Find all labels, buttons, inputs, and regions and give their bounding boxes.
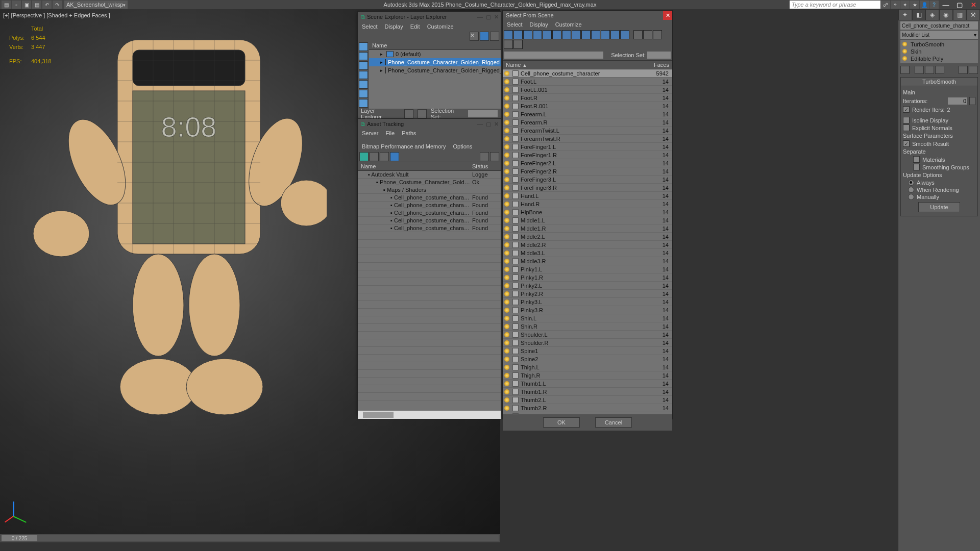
filter-icon[interactable] — [359, 99, 368, 108]
pin-stack-icon[interactable] — [900, 66, 910, 74]
filter-icon[interactable] — [359, 52, 368, 61]
layer-row[interactable]: ▸0 (default) — [369, 50, 501, 58]
object-row[interactable]: ForeFinger3.R14 — [503, 184, 672, 192]
remove-modifier-icon[interactable] — [959, 66, 968, 74]
asset-row[interactable]: ▪ Cell_phone_costume_character_Fresnel_v… — [358, 202, 501, 209]
signin-icon[interactable]: 👤 — [920, 1, 929, 9]
column-header-faces[interactable]: Faces — [641, 61, 672, 69]
menu-item[interactable]: Server — [362, 130, 378, 136]
object-row[interactable]: Thumb1.R14 — [503, 388, 672, 396]
maximize-icon[interactable]: ▢ — [486, 14, 491, 20]
sep-materials-checkbox[interactable] — [913, 156, 920, 163]
object-row[interactable]: Spine214 — [503, 355, 672, 363]
filter-icon[interactable] — [513, 30, 523, 39]
exchange-icon[interactable]: ✦ — [900, 1, 910, 9]
tool-icon[interactable] — [504, 40, 513, 49]
object-row[interactable]: Pinky3.L14 — [503, 298, 672, 306]
object-name-field[interactable]: Cell_phone_costume_charact — [900, 21, 978, 30]
asset-row[interactable]: ▪ Cell_phone_costume_character_ReflectGl… — [358, 224, 501, 232]
maximize-icon[interactable]: ▢ — [486, 121, 491, 128]
object-row[interactable]: Foot.R.00114 — [503, 102, 672, 110]
view-mode-icon[interactable] — [480, 32, 489, 41]
filter-icon[interactable] — [359, 61, 368, 70]
object-row[interactable]: Pinky3.R14 — [503, 306, 672, 314]
object-row[interactable]: Shin.L14 — [503, 314, 672, 322]
menu-item[interactable]: Display — [385, 23, 403, 30]
tab-motion-icon[interactable]: ◉ — [939, 9, 953, 20]
object-row[interactable]: ForeFinger1.L14 — [503, 143, 672, 151]
filter-icon[interactable] — [610, 30, 620, 39]
menu-item[interactable]: Select — [507, 21, 523, 28]
object-row[interactable]: Middle2.L14 — [503, 233, 672, 241]
sep-smoothing-checkbox[interactable] — [913, 164, 920, 170]
minimize-icon[interactable]: — — [477, 14, 483, 20]
app-menu-icon[interactable]: ▤ — [2, 1, 11, 9]
object-row[interactable]: ForearmTwist.L14 — [503, 127, 672, 135]
menu-item[interactable]: File — [385, 130, 395, 136]
filter-icon[interactable] — [572, 30, 581, 39]
rollup-header-turbosmooth[interactable]: TurboSmooth — [900, 77, 978, 86]
help-icon[interactable]: ? — [929, 1, 939, 9]
selection-set-dropdown[interactable] — [468, 110, 498, 117]
scene-explorer-titlebar[interactable]: ⧉Scene Explorer - Layer Explorer—▢✕ — [358, 12, 501, 22]
tool-icon[interactable] — [643, 30, 652, 39]
tab-create-icon[interactable]: ✦ — [898, 9, 912, 20]
tool-icon[interactable] — [935, 66, 944, 74]
layer-row[interactable]: ▸Phone_Costume_Character_Golden_Rigged_b… — [369, 66, 501, 74]
update-button[interactable]: Update — [918, 202, 960, 212]
object-row[interactable]: Middle1.L14 — [503, 216, 672, 224]
horizontal-scrollbar[interactable] — [358, 411, 501, 419]
filter-icon[interactable] — [359, 71, 368, 80]
object-row[interactable]: ForeFinger1.R14 — [503, 151, 672, 159]
object-row[interactable]: Forearm.L14 — [503, 110, 672, 118]
cancel-button[interactable]: Cancel — [595, 417, 632, 428]
close-icon[interactable]: ✕ — [663, 11, 672, 20]
viewport-label[interactable]: [+] [Perspective ] [Shaded + Edged Faces… — [3, 12, 110, 18]
selection-set-dropdown[interactable] — [647, 52, 671, 59]
sort-icon[interactable] — [490, 32, 499, 41]
ok-button[interactable]: OK — [543, 417, 580, 428]
toggle-icon[interactable] — [404, 109, 413, 118]
column-header-status[interactable]: Status — [469, 162, 501, 170]
column-header-name[interactable]: Name — [369, 41, 501, 50]
refresh-icon[interactable] — [359, 152, 369, 161]
menu-item[interactable]: Options — [453, 143, 472, 149]
object-row[interactable]: Foot.R14 — [503, 94, 672, 102]
object-row[interactable]: Pinky1.R14 — [503, 273, 672, 282]
select-from-scene-titlebar[interactable]: Select From Scene✕ — [503, 11, 672, 20]
close-icon[interactable]: ✕ — [494, 14, 499, 20]
object-row[interactable]: Pinky1.L14 — [503, 265, 672, 273]
object-row[interactable]: Shoulder.L14 — [503, 331, 672, 339]
object-row[interactable]: HipBone14 — [503, 208, 672, 216]
tool-icon[interactable] — [915, 66, 924, 74]
object-row[interactable]: Middle2.R14 — [503, 241, 672, 249]
object-row[interactable]: ForearmTwist.R14 — [503, 135, 672, 143]
tool-icon[interactable] — [490, 152, 499, 161]
update-render-radio[interactable] — [908, 187, 914, 193]
tool-icon[interactable] — [480, 152, 489, 161]
save-icon[interactable]: ▤ — [32, 1, 41, 9]
filter-icon[interactable] — [581, 30, 591, 39]
object-row[interactable]: Spine114 — [503, 347, 672, 355]
filter-icon[interactable] — [359, 42, 368, 51]
filter-icon[interactable] — [601, 30, 610, 39]
close-icon[interactable]: ✕ — [494, 121, 499, 128]
asset-columns[interactable]: Name Status — [358, 162, 501, 171]
object-row[interactable]: Middle1.R14 — [503, 224, 672, 233]
object-row[interactable]: Shin.R14 — [503, 322, 672, 331]
explicit-checkbox[interactable] — [903, 124, 910, 131]
filter-icon[interactable] — [552, 30, 561, 39]
workspace-dropdown[interactable]: AK_Screenshot_wrksp ▾ — [64, 1, 128, 9]
object-row[interactable]: ForeFinger2.L14 — [503, 159, 672, 167]
asset-row[interactable]: ▪ Autodesk VaultLogge — [358, 171, 501, 179]
toolclips-icon[interactable]: ⌖ — [891, 1, 900, 9]
subscription-icon[interactable]: ☍ — [881, 1, 890, 9]
object-row[interactable]: Thigh.L14 — [503, 363, 672, 371]
asset-row[interactable]: ▪ Cell_phone_costume_character_Diffuse_v… — [358, 194, 501, 202]
search-input[interactable] — [504, 52, 603, 59]
object-row[interactable]: Forearm.R14 — [503, 118, 672, 127]
asset-row[interactable]: ▪ Phone_Costume_Character_Golden_Rigged_… — [358, 179, 501, 186]
render-iters-field[interactable]: 2 — [947, 107, 950, 113]
filter-icon[interactable] — [359, 80, 368, 89]
asset-row[interactable]: ▪ Maps / Shaders — [358, 186, 501, 194]
